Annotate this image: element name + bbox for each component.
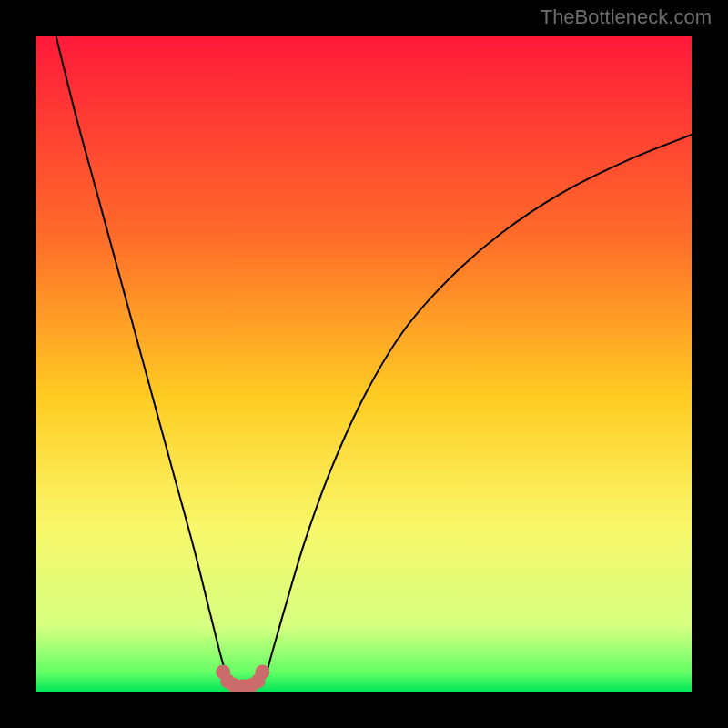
watermark-text: TheBottleneck.com	[541, 5, 712, 29]
chart-canvas	[36, 36, 692, 692]
marker-valley-highlight	[255, 664, 269, 679]
chart-background	[36, 36, 692, 692]
chart-svg	[36, 36, 692, 692]
